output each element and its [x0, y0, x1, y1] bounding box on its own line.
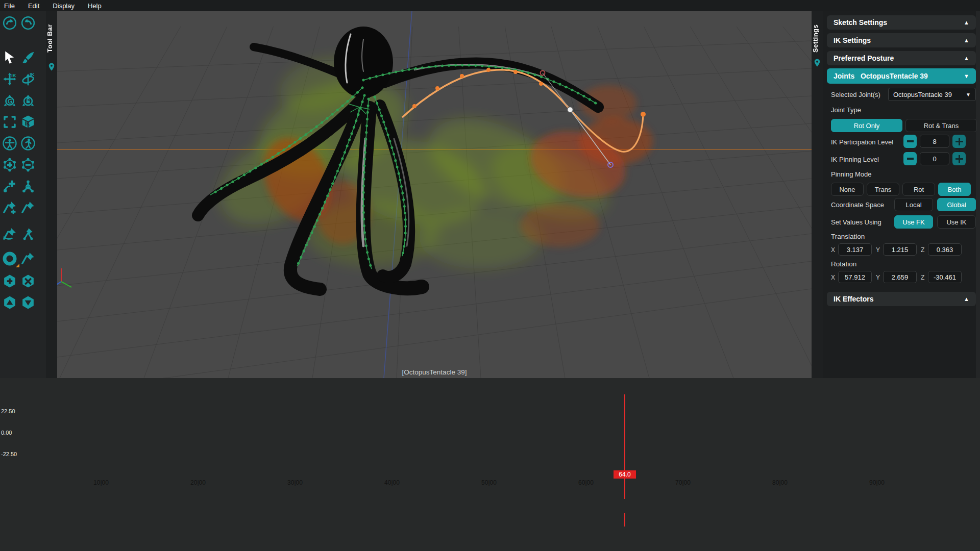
section-ik-effectors[interactable]: IK Effectors ▲	[827, 292, 976, 306]
collapse-icon[interactable]: ▲	[964, 37, 969, 43]
tool-chain-add-button[interactable]	[1, 156, 18, 173]
settings-tab-strip[interactable]: Settings	[812, 11, 823, 378]
global-ref-icon: G	[2, 93, 17, 108]
selected-joint-dropdown[interactable]: OctopusTentacle 39 ▼	[888, 88, 976, 101]
tool-hex-up-button[interactable]	[1, 294, 18, 311]
chain-add-icon	[2, 157, 17, 172]
pinning-mode-rot[interactable]: Rot	[902, 183, 935, 196]
menu-item-help[interactable]: Help	[88, 2, 102, 10]
tool-pin-joint-button[interactable]	[19, 226, 37, 243]
redo-icon	[20, 15, 36, 31]
rotation-y-field[interactable]: 2.659	[883, 271, 917, 283]
tool-hex-add-button[interactable]	[1, 272, 18, 290]
coordinate-space-local[interactable]: Local	[894, 198, 933, 211]
rotation-x-field[interactable]: 57.912	[838, 271, 872, 283]
ik-cube-icon: IK	[20, 114, 36, 130]
set-values-use-fk[interactable]: Use FK	[894, 215, 933, 229]
section-joints-header[interactable]: Joints OctopusTentacle 39 ▼	[827, 68, 976, 84]
toolbar-tab-strip[interactable]: Tool Bar	[46, 11, 57, 378]
timeline-frame-label: 70|00	[669, 479, 697, 486]
rotation-z-field[interactable]: -30.461	[928, 271, 962, 283]
tool-lock-ref-button[interactable]	[19, 92, 37, 109]
expand-icon[interactable]: ▼	[964, 73, 969, 79]
collapse-icon[interactable]: ▲	[964, 55, 969, 61]
pinning-mode-trans[interactable]: Trans	[867, 183, 899, 196]
tool-pin-add-button[interactable]	[1, 199, 18, 216]
joint-type-label: Joint Type	[831, 106, 861, 114]
tool-select-cursor-button[interactable]	[1, 49, 18, 66]
svg-text:IK: IK	[25, 121, 31, 127]
tool-frame-select-button[interactable]	[1, 113, 18, 131]
section-preferred-posture[interactable]: Preferred Posture ▲	[827, 51, 976, 65]
section-ik-settings[interactable]: IK Settings ▲	[827, 33, 976, 47]
svg-text:G: G	[8, 98, 12, 105]
collapse-icon[interactable]: ▲	[964, 19, 969, 26]
translation-axis-x: X	[831, 246, 835, 254]
ik-pinning-plus-button[interactable]	[952, 152, 966, 165]
undo-icon	[2, 15, 17, 31]
svg-text:IK: IK	[11, 73, 16, 78]
timeline-frame-label: 80|00	[766, 479, 794, 486]
menu-item-edit[interactable]: Edit	[28, 2, 39, 10]
tool-global-ref-button[interactable]: G	[1, 92, 18, 109]
character-tpose-icon	[2, 136, 17, 151]
ik-pinning-minus-button[interactable]	[903, 152, 917, 165]
tool-redo-button[interactable]	[19, 14, 37, 32]
tool-character-tpose-button[interactable]	[1, 135, 18, 152]
translation-y-field[interactable]: 1.215	[883, 243, 917, 256]
frame-select-icon	[2, 114, 17, 130]
menu-bar: FileEditDisplayHelp	[0, 0, 980, 11]
toolbar-tab-label: Tool Bar	[46, 15, 57, 61]
rotation-label: Rotation	[831, 260, 856, 268]
tool-pin-button[interactable]	[19, 199, 37, 216]
tool-node-add-button[interactable]	[1, 178, 18, 195]
tool-chain-remove-button[interactable]	[19, 156, 37, 173]
section-sketch-settings[interactable]: Sketch Settings ▲	[827, 15, 976, 30]
joint-y-icon	[20, 179, 36, 194]
location-pin-icon-icon	[813, 58, 822, 67]
translation-label: Translation	[831, 233, 865, 240]
set-values-use-ik[interactable]: Use IK	[937, 215, 976, 229]
tool-ik-cube-button[interactable]: IK	[19, 113, 37, 131]
curve-y-tick-label: -22.50	[1, 451, 17, 457]
tool-joint-y-button[interactable]	[19, 178, 37, 195]
pinning-mode-both[interactable]: Both	[938, 183, 971, 196]
ik-participation-value[interactable]: 8	[920, 135, 949, 148]
set-values-label: Set Values Using	[831, 218, 881, 226]
ik-pinning-value[interactable]: 0	[920, 152, 949, 165]
tool-pin-sweep-button[interactable]	[1, 226, 18, 243]
playhead-line[interactable]	[624, 394, 625, 499]
tool-brush-button[interactable]	[19, 49, 37, 66]
tool-undo-button[interactable]	[1, 14, 18, 32]
collapse-icon[interactable]: ▲	[964, 296, 969, 302]
pin-add-icon	[2, 200, 17, 215]
panel-scrollbar[interactable]	[976, 11, 980, 378]
timeline-frame-label: 60|00	[572, 479, 600, 486]
coordinate-space-global[interactable]: Global	[937, 198, 976, 211]
ik-participation-plus-button[interactable]	[952, 135, 966, 148]
viewport-3d[interactable]: [OctopusTentacle 39]	[57, 11, 812, 378]
pinning-mode-none[interactable]: None	[831, 183, 864, 196]
translation-z-field[interactable]: 0.363	[928, 243, 962, 256]
tool-hex-delete-button[interactable]	[19, 272, 37, 290]
ik-participation-minus-button[interactable]	[903, 135, 917, 148]
playhead-label[interactable]: 64.0	[614, 470, 636, 479]
selected-object-label: [OctopusTentacle 39]	[57, 368, 812, 376]
ik-effector-handle[interactable]	[568, 107, 573, 113]
brush-icon	[20, 50, 36, 65]
timeline-frame-label: 10|00	[87, 479, 115, 486]
lock-ref-icon	[20, 93, 36, 108]
menu-item-file[interactable]: File	[4, 2, 15, 10]
tool-ik-translate-button[interactable]: IK	[1, 70, 18, 88]
viewport-scene[interactable]	[57, 11, 812, 378]
tool-pin-alt-button[interactable]	[19, 250, 37, 267]
tool-hex-down-button[interactable]	[19, 294, 37, 311]
tool-character-pose-button[interactable]	[19, 135, 37, 152]
joint-type-rot-only[interactable]: Rot Only	[831, 119, 902, 132]
ik-translate-icon: IK	[2, 71, 17, 87]
tool-ik-rotate-button[interactable]: IK	[19, 70, 37, 88]
tool-ring-select-button[interactable]	[1, 250, 18, 267]
joint-type-rot-trans[interactable]: Rot & Trans	[905, 119, 977, 132]
menu-item-display[interactable]: Display	[53, 2, 75, 10]
translation-x-field[interactable]: 3.137	[838, 243, 872, 256]
